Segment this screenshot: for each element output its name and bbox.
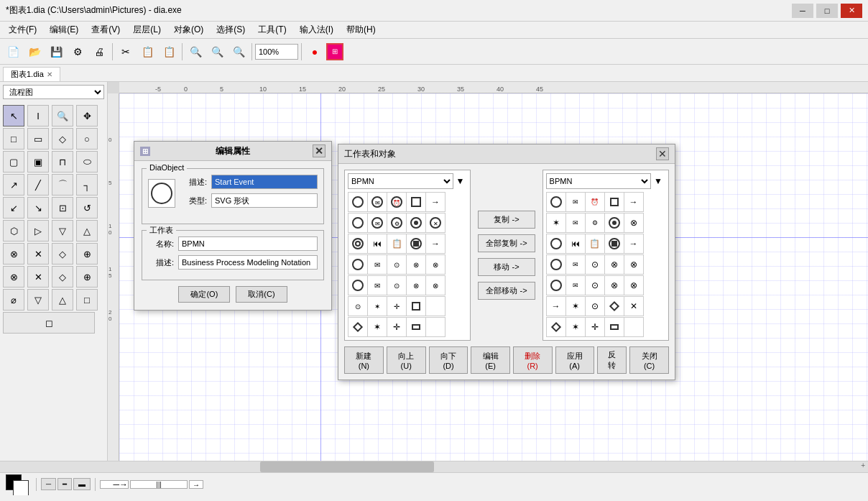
r-shape-dot6[interactable]: ⊙	[585, 296, 605, 316]
edit-props-titlebar[interactable]: ⊞ 编辑属性 ✕	[134, 142, 331, 161]
menu-select[interactable]: 选择(S)	[211, 22, 251, 37]
delete-btn[interactable]: 删除(R)	[513, 346, 553, 374]
r-shape-star6[interactable]: ✶	[565, 296, 586, 316]
tool-cross1[interactable]: ⊗	[3, 243, 24, 265]
shape-empty2[interactable]	[425, 317, 445, 337]
r-shape-empty7[interactable]	[624, 317, 644, 337]
type-input[interactable]	[211, 193, 318, 208]
r-shape-arr6[interactable]: →	[546, 296, 566, 316]
shape-rect-sm[interactable]	[406, 317, 426, 337]
shape-square2[interactable]	[406, 296, 426, 316]
toolbar-new[interactable]: 📄	[3, 42, 23, 62]
tool-hex[interactable]: ⬡	[3, 220, 24, 242]
cancel-button[interactable]: 取消(C)	[236, 286, 287, 303]
shape-circle-back[interactable]: ⏮	[367, 234, 387, 254]
r-shape-m4[interactable]: ✉	[565, 254, 586, 275]
shape-circle-cross[interactable]: ✕	[425, 213, 445, 233]
shape-circle-gear[interactable]: ⚙	[387, 213, 407, 233]
r-shape-arr2[interactable]: →	[624, 234, 644, 254]
zoom-input[interactable]	[255, 44, 298, 60]
tool-tri4[interactable]: ▽	[27, 289, 49, 311]
shape-circle3[interactable]	[348, 254, 368, 275]
shape-square-plain[interactable]	[406, 192, 426, 212]
copy-button[interactable]: 复制 ->	[478, 211, 535, 229]
tool-rotate[interactable]: ↺	[76, 197, 98, 219]
shape-star2[interactable]: ✶	[367, 296, 387, 316]
r-shape-x6[interactable]: ✕	[624, 296, 644, 316]
toolbar-copy[interactable]: 📋	[137, 42, 157, 62]
tool-plus2[interactable]: ⊕	[76, 266, 98, 288]
tool-line[interactable]: ╱	[27, 174, 49, 196]
close-btn[interactable]: 关闭(C)	[629, 346, 669, 374]
left-panel-expand[interactable]: ▼	[453, 176, 468, 186]
tool-tri3[interactable]: △	[76, 220, 98, 242]
r-shape-diam6[interactable]	[604, 296, 624, 316]
r-shape-mail2[interactable]: ✉	[565, 213, 586, 233]
r-shape-dot[interactable]	[604, 213, 624, 233]
up-btn[interactable]: 向上(U)	[387, 346, 426, 374]
edit-props-dialog[interactable]: ⊞ 编辑属性 ✕ DiaObject 描述:	[134, 141, 332, 311]
tool-text[interactable]: I	[27, 105, 49, 127]
tool-rounded-rect[interactable]: ▭	[27, 128, 49, 150]
shape-arrow-right[interactable]: →	[425, 192, 445, 212]
r-shape-n5[interactable]: ⊙	[585, 275, 605, 295]
shape-cross-fill[interactable]: ✛	[387, 317, 407, 337]
workbench-close[interactable]: ✕	[656, 147, 669, 160]
r-shape-lt5[interactable]: ⊗	[624, 275, 644, 295]
tool-curve[interactable]: ⌒	[52, 174, 73, 196]
maximize-button[interactable]: □	[816, 4, 838, 18]
shape-star[interactable]: ⊙	[348, 296, 368, 316]
menu-help[interactable]: 帮助(H)	[341, 22, 382, 37]
tool-diam3[interactable]: ◇	[52, 266, 73, 288]
r-shape-arr[interactable]: →	[624, 192, 644, 212]
shape-circle4[interactable]	[348, 275, 368, 295]
toolbar-grid[interactable]: ⊞	[326, 43, 343, 60]
r-shape-c5[interactable]	[546, 275, 566, 295]
tool-shape1[interactable]: ⊓	[52, 151, 73, 173]
shape-plus[interactable]: ✛	[387, 296, 407, 316]
tool-arrow1[interactable]: ↗	[3, 174, 24, 196]
tool-tri1[interactable]: ▷	[27, 220, 49, 242]
shape-circle-double[interactable]	[348, 234, 368, 254]
tab-diagram1[interactable]: 图表1.dia ✕	[3, 67, 60, 81]
line-medium[interactable]: ━	[57, 478, 72, 490]
tool-plus[interactable]: ⊕	[76, 243, 98, 265]
r-shape-mail[interactable]: ✉	[565, 192, 586, 212]
r-shape-back[interactable]: ⏮	[565, 234, 586, 254]
r-shape-circle[interactable]	[546, 192, 566, 212]
apply-btn[interactable]: 应用(A)	[555, 346, 594, 374]
menu-tools[interactable]: 工具(T)	[252, 22, 292, 37]
color-selector[interactable]	[6, 474, 32, 495]
left-panel-dropdown[interactable]: BPMN	[348, 173, 453, 189]
tool-cross2[interactable]: ✕	[27, 243, 49, 265]
toolbar-open[interactable]: 📂	[24, 42, 45, 62]
arrow-style[interactable]: |||	[130, 480, 188, 489]
menu-layers[interactable]: 层层(L)	[127, 22, 167, 37]
toolbar-cut[interactable]: ✂	[116, 42, 136, 62]
r-shape-circle3[interactable]	[546, 234, 566, 254]
r-shape-diam7[interactable]	[546, 317, 566, 337]
menu-object[interactable]: 对象(O)	[168, 22, 209, 37]
tool-ellipse[interactable]: ⬭	[76, 151, 98, 173]
toolbar-zoom-reset[interactable]: 🔍	[207, 42, 227, 62]
toolbar-zoom-out[interactable]: 🔍	[185, 42, 206, 62]
tool-circle[interactable]: ○	[76, 128, 98, 150]
r-shape-star[interactable]: ✶	[546, 213, 566, 233]
r-shape-gear[interactable]: ⚙	[585, 213, 605, 233]
shape-circle-mail4[interactable]: ✉	[367, 275, 387, 295]
tool-arrow3[interactable]: ↘	[27, 197, 49, 219]
desc-input[interactable]	[211, 175, 318, 189]
down-btn[interactable]: 向下(D)	[429, 346, 468, 374]
edit-props-close[interactable]: ✕	[313, 144, 326, 157]
tool-circle3[interactable]: ⌀	[3, 289, 24, 311]
shape-circle-arrow3[interactable]: ⊗	[425, 254, 445, 275]
r-shape-star7[interactable]: ✶	[565, 317, 586, 337]
r-shape-copy[interactable]: 📋	[585, 234, 605, 254]
shape-circle-plain[interactable]	[348, 192, 368, 212]
toolbar-settings[interactable]: ⚙	[68, 42, 88, 62]
shape-circle-x2[interactable]: ⊗	[406, 275, 426, 295]
tool-tri2[interactable]: ▽	[52, 220, 73, 242]
r-shape-x[interactable]: ⊗	[604, 254, 624, 275]
toolbar-save[interactable]: 💾	[46, 42, 66, 62]
r-shape-m5[interactable]: ✉	[565, 275, 586, 295]
